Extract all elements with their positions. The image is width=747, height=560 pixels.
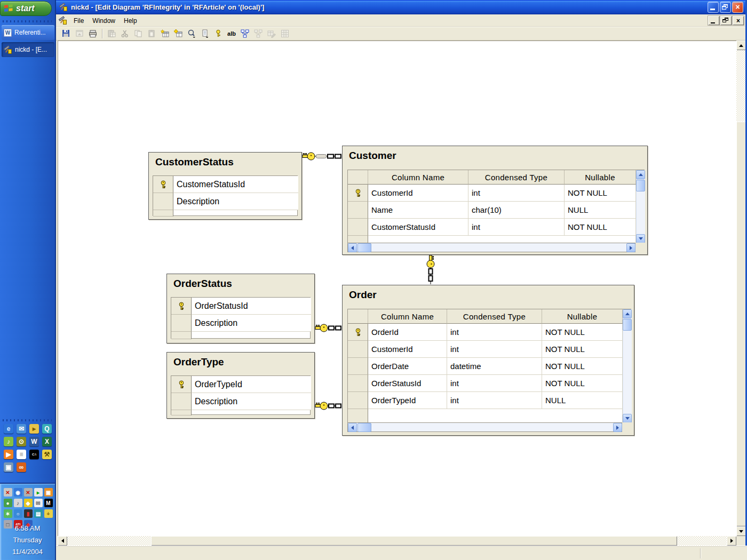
canvas-vscrollbar-thumb[interactable] (736, 122, 746, 526)
tray-touchpad-settings-icon[interactable]: + (43, 508, 53, 519)
row-selector[interactable] (153, 193, 173, 210)
condensed-type-cell[interactable]: char(10) (468, 202, 565, 219)
quicklaunch-internet-explorer-icon[interactable]: e (2, 422, 15, 435)
tray-database-activity-icon[interactable]: ▸ (33, 487, 43, 498)
column-name-cell[interactable]: OrderTypeId (192, 376, 311, 393)
nullable-cell[interactable]: NOT NULL (565, 219, 636, 236)
column-name-cell[interactable]: CustomerId (368, 185, 468, 202)
manage-relationships-button[interactable] (239, 28, 251, 39)
grid-scroll-down-button[interactable] (623, 414, 632, 423)
tray-messenger-icon[interactable]: M (43, 498, 53, 508)
title-bar[interactable]: nickd - [Edit Diagram 'RFIntegrity' in '… (56, 0, 747, 14)
row-selector[interactable] (348, 324, 368, 341)
modify-table-button[interactable] (266, 28, 277, 39)
diagram-table-orderstatus[interactable]: OrderStatusOrderStatusIdDescription (166, 274, 315, 343)
tray-norton-utility-icon[interactable]: ◆ (23, 498, 33, 508)
tray-window-manager-icon[interactable]: ▣ (43, 487, 53, 498)
relationship-customerstatus-customer[interactable] (302, 151, 342, 161)
quicklaunch-frontpage-icon[interactable]: ▣ (2, 461, 15, 474)
column-name-cell[interactable]: Description (192, 393, 311, 410)
quicklaunch-command-prompt-icon[interactable]: C:\ (28, 448, 41, 461)
row-selector[interactable] (348, 341, 368, 358)
tray-network-computers-icon[interactable]: ▤ (33, 508, 43, 519)
column-header-column-name[interactable]: Column Name (368, 309, 447, 324)
quicklaunch-timer-utility-icon[interactable]: ⊙ (15, 435, 28, 448)
grid-scroll-right-button[interactable] (626, 243, 635, 252)
restore-button[interactable] (720, 2, 731, 13)
tray-scheduler-clock-icon[interactable]: ○ (13, 508, 23, 519)
taskbar-clock[interactable]: 6:58 AM Thursday 11/4/2004 (0, 521, 55, 556)
quicklaunch-search-folder-icon[interactable]: ▸ (28, 422, 41, 435)
column-header-condensed-type[interactable]: Condensed Type (468, 170, 565, 185)
row-selector[interactable] (171, 376, 192, 393)
grid-hscrollbar-thumb[interactable] (357, 243, 371, 252)
start-button[interactable]: start (0, 1, 52, 16)
tray-power-meter-icon[interactable]: ▮ (23, 508, 33, 519)
row-selector[interactable] (348, 185, 368, 202)
grid-scroll-up-button[interactable] (636, 170, 645, 179)
column-name-cell[interactable]: Description (192, 315, 311, 332)
print-button[interactable] (87, 28, 99, 39)
grid-scroll-up-button[interactable] (623, 309, 632, 318)
column-name-cell[interactable]: Name (368, 202, 468, 219)
condensed-type-cell[interactable]: int (447, 324, 542, 341)
condensed-type-cell[interactable]: int (447, 375, 542, 392)
diagram-table-customerstatus[interactable]: CustomerStatusCustomerStatusIdDescriptio… (148, 152, 302, 220)
grid-scroll-down-button[interactable] (636, 234, 645, 243)
column-name-cell[interactable]: OrderTypeId (368, 392, 447, 409)
row-selector[interactable] (171, 315, 192, 332)
tray-network-globe-icon[interactable]: ◉ (13, 487, 23, 498)
column-name-cell[interactable]: CustomerStatusId (368, 219, 468, 236)
taskbar-button-1[interactable]: WReferenti... (2, 25, 54, 40)
quicklaunch-excel-icon[interactable]: X (41, 435, 53, 448)
tray-mail-notification-icon[interactable]: ✉ (33, 498, 43, 508)
condensed-type-cell[interactable]: int (447, 341, 542, 358)
nullable-cell[interactable]: NOT NULL (542, 324, 623, 341)
copy-button[interactable] (132, 28, 144, 39)
grid-scroll-left-button[interactable] (348, 423, 357, 432)
nullable-cell[interactable]: NOT NULL (542, 375, 623, 392)
grid-vscrollbar-thumb[interactable] (636, 180, 645, 191)
grid-scroll-right-button[interactable] (613, 423, 622, 432)
save-button[interactable] (60, 28, 72, 39)
tray-updates-agent-icon[interactable]: ✶ (3, 508, 13, 519)
tray-antivirus-agent-icon[interactable]: ● (3, 498, 13, 508)
column-name-cell[interactable]: OrderDate (368, 358, 447, 375)
column-name-cell[interactable]: Description (173, 193, 298, 210)
tray-volume-control-icon[interactable]: ♪ (13, 498, 23, 508)
canvas-hscrollbar-thumb[interactable] (151, 536, 677, 546)
quicklaunch-outlook-express-icon[interactable]: ✉ (15, 422, 28, 435)
nullable-cell[interactable]: NULL (565, 202, 636, 219)
quicklaunch-notepad-icon[interactable]: ≡ (15, 448, 28, 461)
menu-window[interactable]: Window (88, 15, 120, 26)
relationship-customer-order[interactable] (426, 255, 435, 285)
diagram-table-ordertype[interactable]: OrderTypeOrderTypeIdDescription (166, 352, 315, 419)
condensed-type-cell[interactable]: int (447, 392, 542, 409)
tray-connection-error-icon[interactable]: ✕ (23, 487, 33, 498)
nullable-cell[interactable]: NOT NULL (542, 358, 623, 375)
quicklaunch-quicktime-icon[interactable]: Q (41, 422, 53, 435)
cut-button[interactable] (119, 28, 131, 39)
quicklaunch-music-player-icon[interactable]: ♪ (2, 435, 15, 448)
tray-network-offline-icon[interactable]: ✕ (3, 487, 13, 498)
taskbar-button-2[interactable]: nickd - [E... (2, 42, 54, 57)
mdi-restore-button[interactable] (720, 16, 732, 25)
relationships-alt-button[interactable] (252, 28, 264, 39)
grid-hscrollbar[interactable] (347, 243, 635, 252)
column-header-nullable[interactable]: Nullable (542, 309, 623, 324)
paste-table-button[interactable] (106, 28, 117, 39)
canvas-scroll-right-button[interactable] (727, 536, 736, 546)
diagram-canvas[interactable]: CustomerStatusCustomerStatusIdDescriptio… (58, 41, 736, 536)
column-name-cell[interactable]: CustomerId (368, 341, 447, 358)
relationship-orderstatus-order[interactable] (315, 323, 342, 333)
menu-file[interactable]: File (69, 15, 88, 26)
paste-button[interactable] (146, 28, 157, 39)
grid-view-button[interactable] (279, 28, 291, 39)
new-table-button[interactable] (159, 28, 171, 39)
canvas-scroll-left-button[interactable] (58, 536, 67, 546)
column-header-condensed-type[interactable]: Condensed Type (447, 309, 542, 324)
column-name-cell[interactable]: OrderStatusId (192, 298, 311, 315)
mdi-close-button[interactable]: × (733, 16, 744, 25)
row-selector[interactable] (348, 202, 368, 219)
set-primary-key-button[interactable] (212, 28, 224, 39)
